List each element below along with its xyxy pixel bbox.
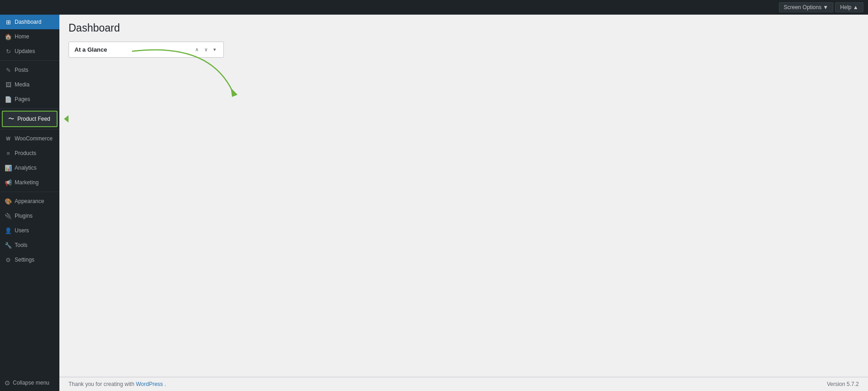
sidebar-item-tools-link[interactable]: 🔧 Tools — [0, 238, 59, 252]
sidebar-item-tools-label: Tools — [15, 242, 27, 248]
main-content: Dashboard At a Glance ∧ ∨ ▾ — [59, 15, 868, 391]
sidebar-item-dashboard-link[interactable]: ⊞ Dashboard — [0, 15, 59, 29]
footer-thank-you-text: Thank you for creating with — [69, 381, 134, 387]
sidebar-item-marketing-label: Marketing — [15, 179, 39, 186]
sidebar-item-updates-link[interactable]: ↻ Updates — [0, 44, 59, 59]
at-a-glance-widget: At a Glance ∧ ∨ ▾ — [69, 42, 224, 58]
screen-options-arrow-icon: ▼ — [823, 4, 828, 11]
sidebar-item-settings-link[interactable]: ⚙ Settings — [0, 252, 59, 267]
menu-separator-3 — [0, 129, 59, 129]
sidebar-item-woocommerce-label: WooCommerce — [15, 135, 53, 142]
footer-period: . — [164, 381, 166, 387]
analytics-icon: 📊 — [5, 164, 12, 171]
tools-icon: 🔧 — [5, 241, 12, 249]
sidebar-item-analytics-link[interactable]: 📊 Analytics — [0, 161, 59, 175]
sidebar-item-users[interactable]: 👤 Users — [0, 223, 59, 238]
sidebar-item-media-label: Media — [15, 81, 30, 88]
sidebar-item-marketing-link[interactable]: 📢 Marketing — [0, 175, 59, 190]
menu-separator-4 — [0, 192, 59, 192]
widget-header: At a Glance ∧ ∨ ▾ — [69, 42, 223, 57]
help-label: Help ▲ — [840, 4, 858, 11]
sidebar-item-users-link[interactable]: 👤 Users — [0, 223, 59, 238]
content-wrap: Dashboard At a Glance ∧ ∨ ▾ — [59, 15, 868, 377]
sidebar-item-pages[interactable]: 📄 Pages — [0, 92, 59, 107]
sidebar-item-settings-label: Settings — [15, 257, 34, 263]
widget-chevron-down-button[interactable]: ∨ — [202, 46, 210, 54]
footer-wordpress-link[interactable]: WordPress — [136, 381, 164, 387]
widget-dropdown-button[interactable]: ▾ — [212, 46, 218, 54]
sidebar-item-media[interactable]: 🖼 Media — [0, 77, 59, 92]
footer-wordpress-link-text: WordPress — [136, 381, 163, 387]
sidebar-item-posts-label: Posts — [15, 67, 28, 73]
sidebar-item-marketing[interactable]: 📢 Marketing — [0, 175, 59, 190]
sidebar-item-posts-link[interactable]: ✎ Posts — [0, 63, 59, 77]
media-icon: 🖼 — [5, 81, 12, 88]
sidebar-item-pages-link[interactable]: 📄 Pages — [0, 92, 59, 107]
sidebar-item-home[interactable]: 🏠 Home — [0, 29, 59, 44]
posts-icon: ✎ — [5, 66, 12, 74]
sidebar-item-plugins-label: Plugins — [15, 213, 32, 219]
product-feed-icon: 〜 — [7, 115, 15, 123]
page-title: Dashboard — [69, 19, 859, 34]
collapse-menu-icon: ⊙ — [5, 379, 10, 386]
sidebar-item-products-label: Products — [15, 150, 36, 156]
sidebar-item-appearance[interactable]: 🎨 Appearance — [0, 194, 59, 209]
sidebar-item-posts[interactable]: ✎ Posts — [0, 63, 59, 77]
widget-title: At a Glance — [74, 46, 191, 53]
sidebar-item-settings[interactable]: ⚙ Settings — [0, 252, 59, 267]
menu-separator-2 — [0, 108, 59, 109]
sidebar-item-updates[interactable]: ↻ Updates — [0, 44, 59, 59]
dashboard-icon: ⊞ — [5, 18, 12, 26]
adminbar-right-buttons: Screen Options ▼ Help ▲ — [779, 2, 864, 12]
svg-marker-0 — [231, 88, 238, 97]
settings-icon: ⚙ — [5, 256, 12, 263]
sidebar-item-dashboard-label: Dashboard — [15, 19, 42, 25]
pages-icon: 📄 — [5, 96, 12, 103]
admin-bar: Screen Options ▼ Help ▲ — [0, 0, 868, 15]
sidebar-item-woocommerce-link[interactable]: W WooCommerce — [0, 131, 59, 146]
woocommerce-icon: W — [5, 135, 12, 142]
products-icon: ≡ — [5, 150, 12, 157]
sidebar-item-woocommerce[interactable]: W WooCommerce — [0, 131, 59, 146]
help-button[interactable]: Help ▲ — [835, 2, 863, 12]
admin-sidebar: ⊞ Dashboard 🏠 Home ↻ Updates — [0, 15, 59, 391]
sidebar-item-home-label: Home — [15, 33, 29, 40]
sidebar-item-plugins[interactable]: 🔌 Plugins — [0, 209, 59, 223]
chevron-down-icon: ∨ — [204, 47, 208, 53]
marketing-icon: 📢 — [5, 179, 12, 186]
menu-separator-1 — [0, 60, 59, 61]
screen-options-label: Screen Options — [784, 4, 822, 11]
sidebar-item-users-label: Users — [15, 227, 29, 234]
sidebar-item-home-link[interactable]: 🏠 Home — [0, 29, 59, 44]
sidebar-item-products[interactable]: ≡ Products — [0, 146, 59, 161]
footer-version: Version 5.7.2 — [827, 381, 859, 387]
collapse-menu-label: Collapse menu — [13, 380, 49, 386]
sidebar-item-pages-label: Pages — [15, 96, 30, 102]
admin-menu: ⊞ Dashboard 🏠 Home ↻ Updates — [0, 15, 59, 375]
sidebar-item-analytics[interactable]: 📊 Analytics — [0, 161, 59, 175]
sidebar-item-product-feed-link[interactable]: 〜 Product Feed — [2, 111, 58, 127]
sidebar-item-media-link[interactable]: 🖼 Media — [0, 77, 59, 92]
updates-icon: ↻ — [5, 48, 12, 55]
sidebar-item-product-feed[interactable]: 〜 Product Feed — [0, 111, 59, 127]
dropdown-arrow-icon: ▾ — [213, 47, 216, 53]
footer-left: Thank you for creating with WordPress . — [69, 381, 166, 387]
sidebar-item-plugins-link[interactable]: 🔌 Plugins — [0, 209, 59, 223]
home-icon: 🏠 — [5, 33, 12, 40]
users-icon: 👤 — [5, 227, 12, 234]
chevron-up-icon: ∧ — [195, 47, 199, 53]
sidebar-item-appearance-link[interactable]: 🎨 Appearance — [0, 194, 59, 209]
sidebar-item-products-link[interactable]: ≡ Products — [0, 146, 59, 161]
sidebar-item-analytics-label: Analytics — [15, 165, 37, 171]
widget-chevron-up-button[interactable]: ∧ — [193, 46, 201, 54]
sidebar-item-appearance-label: Appearance — [15, 198, 44, 204]
sidebar-item-updates-label: Updates — [15, 48, 35, 54]
wp-footer: Thank you for creating with WordPress . … — [59, 377, 868, 391]
screen-options-button[interactable]: Screen Options ▼ — [779, 2, 834, 12]
plugins-icon: 🔌 — [5, 212, 12, 220]
sidebar-item-tools[interactable]: 🔧 Tools — [0, 238, 59, 252]
sidebar-item-product-feed-label: Product Feed — [17, 116, 50, 122]
collapse-menu-button[interactable]: ⊙ Collapse menu — [0, 375, 59, 391]
appearance-icon: 🎨 — [5, 198, 12, 205]
sidebar-item-dashboard[interactable]: ⊞ Dashboard — [0, 15, 59, 29]
